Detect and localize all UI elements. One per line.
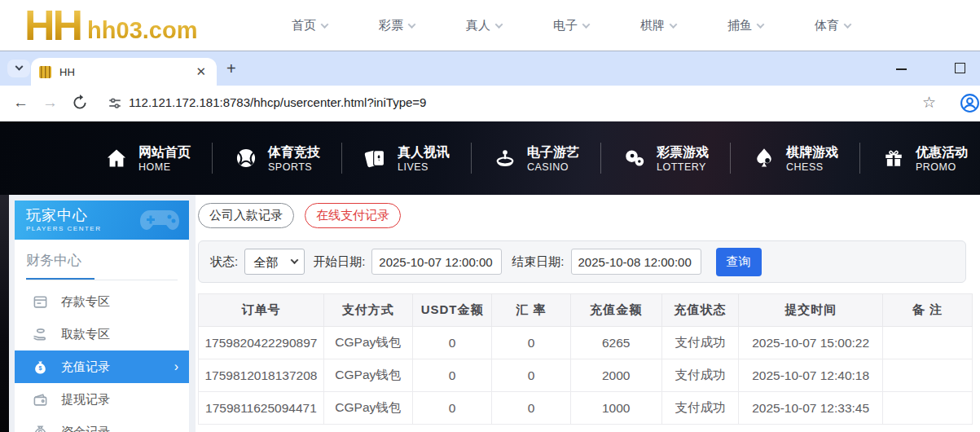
bookmark-star-icon[interactable]: ☆	[922, 93, 936, 112]
reload-icon[interactable]	[72, 95, 88, 114]
site-nav-sports[interactable]: 体育	[815, 18, 850, 33]
sidebar-item-recharge-records[interactable]: $ 充值记录 ›	[15, 350, 189, 383]
start-date-input[interactable]	[371, 249, 502, 275]
section-underline	[26, 278, 178, 280]
back-button[interactable]: ←	[13, 94, 29, 112]
site-nav: 首页 彩票 真人 电子 棋牌 捕鱼 体育	[292, 0, 850, 51]
nav-item-lottery[interactable]: 彩票游戏LOTTERY	[622, 143, 709, 173]
chevron-down-icon	[582, 20, 591, 29]
cell-recharge-amount: 1000	[570, 392, 661, 425]
cell-usdt-amount: 0	[412, 327, 491, 359]
cell-exchange-rate: 0	[492, 327, 571, 359]
tab-close-icon[interactable]: ✕	[193, 64, 209, 79]
chevron-right-icon: ›	[174, 359, 178, 374]
logo-text: HH	[24, 2, 81, 49]
nav-item-home[interactable]: 网站首页HOME	[104, 143, 191, 173]
site-nav-lottery[interactable]: 彩票	[379, 18, 415, 33]
nav-label-zh: 真人视讯	[398, 143, 450, 161]
chevron-down-icon	[757, 20, 765, 29]
cell-order-number: 1759820422290897	[199, 327, 324, 359]
tab-title: HH	[59, 66, 193, 78]
site-header: HH hh03.com 首页 彩票 真人 电子 棋牌 捕鱼 体育	[0, 0, 980, 51]
lottery-icon	[622, 146, 647, 170]
nav-divider	[471, 143, 472, 174]
sidebar-item-deposit[interactable]: 存款专区	[15, 285, 189, 318]
col-exchange-rate: 汇 率	[492, 294, 571, 327]
record-type-tabs: 公司入款记录 在线支付记录	[198, 203, 980, 228]
chevron-down-icon	[15, 62, 23, 70]
nav-divider	[859, 143, 860, 174]
sidebar-item-label: 存款专区	[61, 294, 110, 310]
table-header-row: 订单号 支付方式 USDT金额 汇 率 充值金额 充值状态 提交时间 备 注	[199, 294, 973, 327]
tab-company-deposit-records[interactable]: 公司入款记录	[198, 203, 294, 228]
cell-exchange-rate: 0	[492, 392, 571, 425]
site-nav-label: 棋牌	[640, 18, 665, 33]
window-minimize-button[interactable]	[896, 68, 907, 70]
site-settings-icon[interactable]	[108, 96, 122, 114]
cell-order-number: 1759811625094471	[199, 392, 324, 425]
nav-item-casino[interactable]: 电子游艺CASINO	[493, 143, 579, 173]
profile-avatar-icon[interactable]	[960, 93, 980, 117]
nav-label-zh: 网站首页	[138, 143, 191, 161]
recharge-icon: $	[32, 359, 48, 375]
nav-divider	[212, 143, 213, 174]
game-category-nav: 网站首页HOME 体育竞技SPORTS 真人视讯LIVES	[0, 121, 980, 195]
browser-toolbar: ← → 112.121.172.181:8783/hhcp/usercenter…	[0, 86, 980, 121]
end-date-input[interactable]	[571, 249, 701, 275]
cashout-icon	[32, 391, 48, 408]
tab-search-button[interactable]	[7, 60, 30, 77]
col-payment-method: 支付方式	[323, 294, 412, 327]
nav-label-zh: 电子游艺	[527, 143, 579, 161]
casino-icon	[493, 146, 517, 170]
browser-tab[interactable]: HH ✕	[31, 58, 217, 86]
nav-item-live[interactable]: 真人视讯LIVES	[363, 143, 450, 173]
nav-item-sports[interactable]: 体育竞技SPORTS	[234, 143, 320, 173]
nav-divider	[730, 143, 731, 174]
sidebar-header: 玩家中心 PLAYERS CENTER	[15, 201, 189, 240]
cell-exchange-rate: 0	[492, 359, 571, 392]
nav-item-chess[interactable]: 棋牌游戏CHESS	[752, 143, 838, 173]
sidebar-menu: 存款专区 取款专区 $ 充值记录 ›	[15, 285, 189, 432]
home-icon	[104, 146, 129, 170]
site-nav-label: 彩票	[379, 18, 403, 33]
sidebar-item-label: 提现记录	[61, 392, 110, 408]
cell-recharge-status: 支付成功	[661, 392, 739, 425]
col-recharge-status: 充值状态	[661, 294, 739, 327]
chess-spade-icon	[752, 146, 776, 170]
sports-icon	[234, 146, 258, 170]
site-nav-slots[interactable]: 电子	[553, 18, 589, 33]
sidebar-item-withdrawal-records[interactable]: 提现记录	[15, 383, 189, 416]
sidebar-item-funds-records[interactable]: 资金记录	[15, 416, 189, 432]
site-nav-live[interactable]: 真人	[466, 18, 502, 33]
site-nav-label: 电子	[553, 18, 578, 33]
cell-usdt-amount: 0	[412, 359, 491, 392]
nav-label-en: HOME	[138, 161, 191, 173]
cell-submit-time: 2025-10-07 15:00:22	[739, 327, 883, 359]
site-nav-fishing[interactable]: 捕鱼	[727, 18, 763, 33]
section-label: 财务中心	[26, 251, 178, 278]
sidebar-item-withdraw-zone[interactable]: 取款专区	[15, 318, 189, 350]
address-bar[interactable]: 112.121.172.181:8783/hhcp/usercenter.htm…	[129, 95, 426, 109]
search-button[interactable]: 查询	[716, 248, 762, 276]
chevron-down-icon	[321, 20, 329, 29]
tab-online-payment-records[interactable]: 在线支付记录	[305, 203, 401, 228]
cell-payment-method: CGPay钱包	[323, 359, 412, 392]
col-usdt-amount: USDT金额	[412, 294, 491, 327]
chevron-down-icon	[495, 20, 503, 29]
window-maximize-button[interactable]	[955, 63, 965, 73]
nav-label-en: PROMO	[916, 161, 968, 173]
forward-button[interactable]: →	[42, 94, 58, 112]
cell-recharge-amount: 6265	[570, 327, 661, 359]
table-row: 1759812018137208 CGPay钱包 0 0 2000 支付成功 2…	[199, 359, 973, 392]
table-row: 1759820422290897 CGPay钱包 0 0 6265 支付成功 2…	[199, 327, 973, 359]
nav-label-en: CASINO	[527, 161, 579, 173]
nav-label-zh: 优惠活动	[916, 143, 968, 161]
user-center-content: 玩家中心 PLAYERS CENTER 财务中心 存款专区	[0, 195, 980, 432]
site-nav-chess[interactable]: 棋牌	[640, 18, 676, 33]
nav-item-promo[interactable]: 优惠活动PROMO	[881, 143, 968, 173]
new-tab-button[interactable]: +	[226, 60, 236, 78]
cell-payment-method: CGPay钱包	[323, 327, 412, 359]
nav-label-en: LOTTERY	[657, 161, 709, 173]
cell-submit-time: 2025-10-07 12:33:45	[739, 392, 883, 425]
site-nav-home[interactable]: 首页	[292, 18, 327, 33]
